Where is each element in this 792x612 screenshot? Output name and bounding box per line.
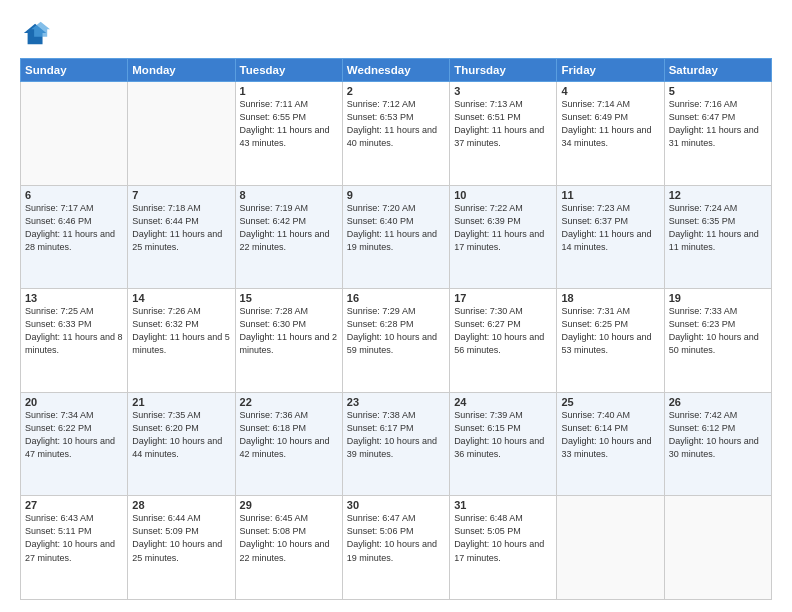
cell-info: Sunrise: 7:23 AMSunset: 6:37 PMDaylight:… xyxy=(561,202,659,254)
calendar-cell: 24Sunrise: 7:39 AMSunset: 6:15 PMDayligh… xyxy=(450,392,557,496)
day-number: 26 xyxy=(669,396,767,408)
cell-info: Sunrise: 7:28 AMSunset: 6:30 PMDaylight:… xyxy=(240,305,338,357)
cell-info: Sunrise: 6:44 AMSunset: 5:09 PMDaylight:… xyxy=(132,512,230,564)
day-number: 27 xyxy=(25,499,123,511)
calendar-cell xyxy=(664,496,771,600)
calendar-cell: 4Sunrise: 7:14 AMSunset: 6:49 PMDaylight… xyxy=(557,82,664,186)
calendar-cell: 18Sunrise: 7:31 AMSunset: 6:25 PMDayligh… xyxy=(557,289,664,393)
day-header-friday: Friday xyxy=(557,59,664,82)
cell-info: Sunrise: 6:45 AMSunset: 5:08 PMDaylight:… xyxy=(240,512,338,564)
day-number: 20 xyxy=(25,396,123,408)
day-number: 9 xyxy=(347,189,445,201)
cell-info: Sunrise: 7:36 AMSunset: 6:18 PMDaylight:… xyxy=(240,409,338,461)
calendar-cell: 7Sunrise: 7:18 AMSunset: 6:44 PMDaylight… xyxy=(128,185,235,289)
calendar-cell: 22Sunrise: 7:36 AMSunset: 6:18 PMDayligh… xyxy=(235,392,342,496)
day-header-thursday: Thursday xyxy=(450,59,557,82)
header xyxy=(20,16,772,48)
cell-info: Sunrise: 7:29 AMSunset: 6:28 PMDaylight:… xyxy=(347,305,445,357)
calendar-cell xyxy=(128,82,235,186)
cell-info: Sunrise: 7:38 AMSunset: 6:17 PMDaylight:… xyxy=(347,409,445,461)
calendar-cell: 28Sunrise: 6:44 AMSunset: 5:09 PMDayligh… xyxy=(128,496,235,600)
calendar-cell: 19Sunrise: 7:33 AMSunset: 6:23 PMDayligh… xyxy=(664,289,771,393)
cell-info: Sunrise: 7:33 AMSunset: 6:23 PMDaylight:… xyxy=(669,305,767,357)
day-number: 19 xyxy=(669,292,767,304)
cell-info: Sunrise: 6:48 AMSunset: 5:05 PMDaylight:… xyxy=(454,512,552,564)
logo-icon xyxy=(22,20,50,48)
calendar-cell: 1Sunrise: 7:11 AMSunset: 6:55 PMDaylight… xyxy=(235,82,342,186)
cell-info: Sunrise: 7:20 AMSunset: 6:40 PMDaylight:… xyxy=(347,202,445,254)
day-number: 25 xyxy=(561,396,659,408)
calendar-cell: 6Sunrise: 7:17 AMSunset: 6:46 PMDaylight… xyxy=(21,185,128,289)
calendar-cell: 9Sunrise: 7:20 AMSunset: 6:40 PMDaylight… xyxy=(342,185,449,289)
day-header-saturday: Saturday xyxy=(664,59,771,82)
calendar-cell xyxy=(557,496,664,600)
calendar-cell: 25Sunrise: 7:40 AMSunset: 6:14 PMDayligh… xyxy=(557,392,664,496)
calendar-cell: 2Sunrise: 7:12 AMSunset: 6:53 PMDaylight… xyxy=(342,82,449,186)
calendar-week-2: 6Sunrise: 7:17 AMSunset: 6:46 PMDaylight… xyxy=(21,185,772,289)
calendar-header-row: SundayMondayTuesdayWednesdayThursdayFrid… xyxy=(21,59,772,82)
cell-info: Sunrise: 7:39 AMSunset: 6:15 PMDaylight:… xyxy=(454,409,552,461)
cell-info: Sunrise: 7:25 AMSunset: 6:33 PMDaylight:… xyxy=(25,305,123,357)
cell-info: Sunrise: 7:17 AMSunset: 6:46 PMDaylight:… xyxy=(25,202,123,254)
day-number: 4 xyxy=(561,85,659,97)
day-number: 7 xyxy=(132,189,230,201)
calendar-cell: 27Sunrise: 6:43 AMSunset: 5:11 PMDayligh… xyxy=(21,496,128,600)
day-number: 14 xyxy=(132,292,230,304)
cell-info: Sunrise: 7:13 AMSunset: 6:51 PMDaylight:… xyxy=(454,98,552,150)
cell-info: Sunrise: 7:31 AMSunset: 6:25 PMDaylight:… xyxy=(561,305,659,357)
day-number: 24 xyxy=(454,396,552,408)
day-number: 8 xyxy=(240,189,338,201)
logo xyxy=(20,20,50,48)
cell-info: Sunrise: 6:43 AMSunset: 5:11 PMDaylight:… xyxy=(25,512,123,564)
calendar-table: SundayMondayTuesdayWednesdayThursdayFrid… xyxy=(20,58,772,600)
calendar-cell: 29Sunrise: 6:45 AMSunset: 5:08 PMDayligh… xyxy=(235,496,342,600)
calendar-cell: 20Sunrise: 7:34 AMSunset: 6:22 PMDayligh… xyxy=(21,392,128,496)
day-number: 21 xyxy=(132,396,230,408)
day-number: 28 xyxy=(132,499,230,511)
day-number: 2 xyxy=(347,85,445,97)
cell-info: Sunrise: 7:40 AMSunset: 6:14 PMDaylight:… xyxy=(561,409,659,461)
calendar-cell: 17Sunrise: 7:30 AMSunset: 6:27 PMDayligh… xyxy=(450,289,557,393)
calendar-cell: 14Sunrise: 7:26 AMSunset: 6:32 PMDayligh… xyxy=(128,289,235,393)
day-number: 23 xyxy=(347,396,445,408)
cell-info: Sunrise: 7:16 AMSunset: 6:47 PMDaylight:… xyxy=(669,98,767,150)
day-number: 5 xyxy=(669,85,767,97)
calendar-cell: 26Sunrise: 7:42 AMSunset: 6:12 PMDayligh… xyxy=(664,392,771,496)
calendar-cell: 21Sunrise: 7:35 AMSunset: 6:20 PMDayligh… xyxy=(128,392,235,496)
calendar-cell: 8Sunrise: 7:19 AMSunset: 6:42 PMDaylight… xyxy=(235,185,342,289)
day-header-tuesday: Tuesday xyxy=(235,59,342,82)
calendar-cell: 16Sunrise: 7:29 AMSunset: 6:28 PMDayligh… xyxy=(342,289,449,393)
cell-info: Sunrise: 7:11 AMSunset: 6:55 PMDaylight:… xyxy=(240,98,338,150)
calendar-cell: 5Sunrise: 7:16 AMSunset: 6:47 PMDaylight… xyxy=(664,82,771,186)
cell-info: Sunrise: 7:22 AMSunset: 6:39 PMDaylight:… xyxy=(454,202,552,254)
calendar-cell: 23Sunrise: 7:38 AMSunset: 6:17 PMDayligh… xyxy=(342,392,449,496)
cell-info: Sunrise: 7:24 AMSunset: 6:35 PMDaylight:… xyxy=(669,202,767,254)
cell-info: Sunrise: 7:18 AMSunset: 6:44 PMDaylight:… xyxy=(132,202,230,254)
calendar-cell: 30Sunrise: 6:47 AMSunset: 5:06 PMDayligh… xyxy=(342,496,449,600)
calendar-cell: 15Sunrise: 7:28 AMSunset: 6:30 PMDayligh… xyxy=(235,289,342,393)
day-header-sunday: Sunday xyxy=(21,59,128,82)
cell-info: Sunrise: 7:34 AMSunset: 6:22 PMDaylight:… xyxy=(25,409,123,461)
cell-info: Sunrise: 6:47 AMSunset: 5:06 PMDaylight:… xyxy=(347,512,445,564)
day-number: 1 xyxy=(240,85,338,97)
day-number: 16 xyxy=(347,292,445,304)
page: SundayMondayTuesdayWednesdayThursdayFrid… xyxy=(0,0,792,612)
calendar-cell: 13Sunrise: 7:25 AMSunset: 6:33 PMDayligh… xyxy=(21,289,128,393)
calendar-cell: 12Sunrise: 7:24 AMSunset: 6:35 PMDayligh… xyxy=(664,185,771,289)
day-header-wednesday: Wednesday xyxy=(342,59,449,82)
day-number: 22 xyxy=(240,396,338,408)
cell-info: Sunrise: 7:12 AMSunset: 6:53 PMDaylight:… xyxy=(347,98,445,150)
cell-info: Sunrise: 7:30 AMSunset: 6:27 PMDaylight:… xyxy=(454,305,552,357)
cell-info: Sunrise: 7:26 AMSunset: 6:32 PMDaylight:… xyxy=(132,305,230,357)
calendar-week-1: 1Sunrise: 7:11 AMSunset: 6:55 PMDaylight… xyxy=(21,82,772,186)
calendar-week-3: 13Sunrise: 7:25 AMSunset: 6:33 PMDayligh… xyxy=(21,289,772,393)
day-number: 13 xyxy=(25,292,123,304)
day-number: 15 xyxy=(240,292,338,304)
day-number: 3 xyxy=(454,85,552,97)
day-number: 29 xyxy=(240,499,338,511)
day-number: 17 xyxy=(454,292,552,304)
calendar-cell: 31Sunrise: 6:48 AMSunset: 5:05 PMDayligh… xyxy=(450,496,557,600)
day-header-monday: Monday xyxy=(128,59,235,82)
calendar-cell xyxy=(21,82,128,186)
day-number: 30 xyxy=(347,499,445,511)
